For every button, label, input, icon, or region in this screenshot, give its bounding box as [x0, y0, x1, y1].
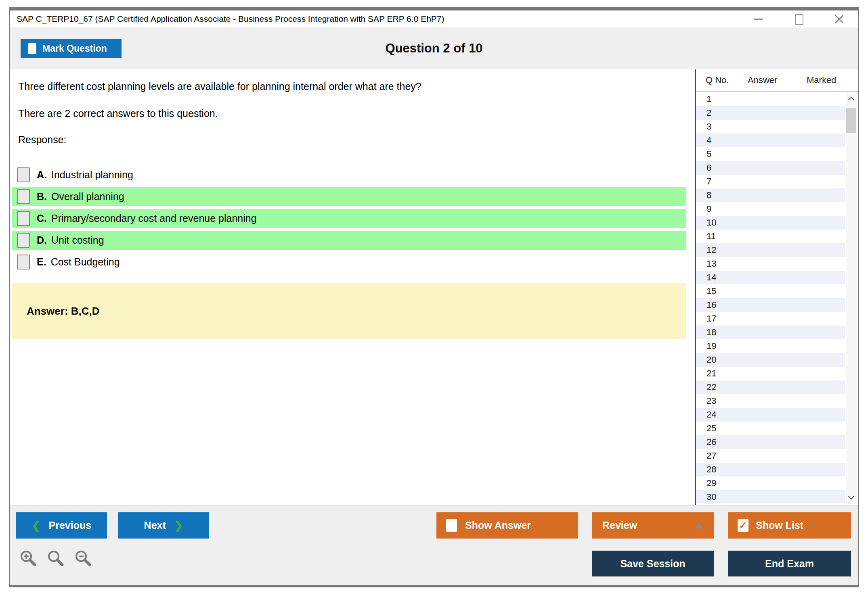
- question-number: 20: [707, 355, 716, 365]
- question-list-row[interactable]: 13: [696, 257, 845, 271]
- scrollbar-thumb[interactable]: [846, 108, 856, 133]
- magnifier-plus-icon[interactable]: [19, 549, 38, 568]
- question-number: 28: [707, 464, 716, 474]
- option-row-a[interactable]: A.Industrial planning: [12, 165, 686, 184]
- question-number: 16: [707, 300, 716, 310]
- end-exam-label: End Exam: [765, 558, 814, 570]
- end-exam-button[interactable]: End Exam: [728, 551, 851, 576]
- question-list-row[interactable]: 28: [696, 463, 845, 476]
- column-header-marked: Marked: [807, 75, 836, 86]
- chevron-left-icon: ❮: [31, 519, 41, 532]
- question-list-row[interactable]: 18: [696, 326, 845, 339]
- magnifier-minus-icon[interactable]: [74, 549, 92, 568]
- next-button[interactable]: Next ❯: [118, 512, 209, 539]
- question-list-row[interactable]: 1: [696, 92, 845, 106]
- question-list-row[interactable]: 15: [696, 284, 845, 298]
- question-list-row[interactable]: 9: [696, 202, 845, 216]
- checkbox-checked-icon: ✓: [738, 519, 748, 532]
- close-icon[interactable]: [834, 14, 844, 24]
- magnifier-icon[interactable]: [46, 549, 65, 568]
- question-counter: Question 2 of 10: [10, 27, 858, 69]
- option-row-d[interactable]: D.Unit costing: [12, 231, 686, 250]
- question-list-row[interactable]: 14: [696, 271, 845, 284]
- question-list-row[interactable]: 20: [696, 353, 845, 367]
- previous-button[interactable]: ❮ Previous: [16, 512, 107, 539]
- option-checkbox[interactable]: [17, 255, 30, 269]
- maximize-icon[interactable]: [793, 14, 804, 24]
- minimize-icon[interactable]: [753, 14, 763, 24]
- option-row-b[interactable]: B.Overall planning: [12, 187, 686, 206]
- question-list-row[interactable]: 10: [696, 216, 845, 230]
- mark-question-label: Mark Question: [42, 43, 107, 54]
- show-list-button[interactable]: ✓ Show List: [728, 512, 851, 539]
- option-letter: B.: [37, 191, 47, 203]
- answer-text: Answer: B,C,D: [27, 305, 100, 317]
- question-list-row[interactable]: 5: [696, 147, 845, 161]
- question-list-panel: Q No. Answer Marked 12345678910111213141…: [695, 69, 858, 505]
- option-letter: C.: [37, 213, 47, 224]
- option-text: Industrial planning: [51, 169, 133, 181]
- question-list-row[interactable]: 3: [696, 120, 845, 134]
- question-list-row[interactable]: 4: [696, 134, 845, 147]
- question-list-row[interactable]: 25: [696, 422, 845, 435]
- option-checkbox[interactable]: [17, 211, 30, 226]
- question-number: 12: [707, 245, 716, 255]
- question-list-row[interactable]: 2: [696, 106, 845, 120]
- save-session-label: Save Session: [620, 558, 685, 570]
- question-list-row[interactable]: 29: [696, 476, 845, 490]
- question-number: 30: [707, 492, 716, 502]
- option-text: Primary/secondary cost and revenue plann…: [51, 213, 257, 224]
- option-row-e[interactable]: E.Cost Budgeting: [12, 253, 686, 271]
- question-list-row[interactable]: 6: [696, 161, 845, 175]
- option-checkbox[interactable]: [17, 189, 30, 204]
- scrollbar[interactable]: [846, 92, 857, 503]
- question-list-row[interactable]: 8: [696, 188, 845, 202]
- question-number: 23: [707, 396, 716, 406]
- question-number: 17: [707, 313, 716, 324]
- question-list-row[interactable]: 17: [696, 312, 845, 326]
- question-number: 18: [707, 327, 716, 337]
- scroll-up-button[interactable]: [846, 92, 857, 104]
- question-number: 3: [707, 121, 711, 132]
- review-label: Review: [602, 520, 637, 531]
- question-list-row[interactable]: 24: [696, 408, 845, 422]
- option-row-c[interactable]: C.Primary/secondary cost and revenue pla…: [12, 209, 686, 228]
- option-checkbox[interactable]: [17, 167, 30, 182]
- question-list-row[interactable]: 23: [696, 394, 845, 408]
- save-session-button[interactable]: Save Session: [592, 551, 714, 576]
- option-checkbox[interactable]: [17, 233, 30, 248]
- question-number: 8: [707, 190, 711, 200]
- window-title: SAP C_TERP10_67 (SAP Certified Applicati…: [17, 14, 444, 24]
- checkbox-unchecked-icon: [28, 43, 36, 54]
- question-list-row[interactable]: 21: [696, 367, 845, 380]
- chevron-up-icon: [848, 96, 855, 103]
- show-list-label: Show List: [756, 520, 803, 531]
- review-button[interactable]: Review: [592, 512, 714, 539]
- option-text: Overall planning: [51, 191, 124, 203]
- question-number: 2: [707, 108, 711, 118]
- question-list-row[interactable]: 7: [696, 175, 845, 188]
- question-list-row[interactable]: 19: [696, 339, 845, 353]
- answer-box: Answer: B,C,D: [12, 283, 686, 339]
- question-list-row[interactable]: 11: [696, 230, 845, 243]
- scroll-down-button[interactable]: [846, 491, 857, 503]
- options-list: A.Industrial planningB.Overall planningC…: [12, 165, 686, 274]
- previous-label: Previous: [49, 520, 92, 531]
- option-text: Unit costing: [51, 234, 104, 246]
- mark-question-button[interactable]: Mark Question: [21, 39, 122, 58]
- question-number: 26: [707, 437, 716, 447]
- question-list-row[interactable]: 16: [696, 298, 845, 312]
- question-number: 5: [707, 149, 711, 159]
- question-list-row[interactable]: 27: [696, 449, 845, 463]
- question-list-row[interactable]: 26: [696, 435, 845, 449]
- question-number: 14: [707, 272, 716, 282]
- question-number: 22: [707, 382, 716, 392]
- question-list-header: Q No. Answer Marked: [696, 69, 858, 92]
- show-answer-button[interactable]: Show Answer: [436, 512, 578, 539]
- window-controls: [753, 10, 844, 27]
- question-number: 24: [707, 409, 716, 420]
- question-list-row[interactable]: 30: [696, 490, 845, 503]
- question-list-row[interactable]: 12: [696, 243, 845, 257]
- question-list-row[interactable]: 22: [696, 380, 845, 394]
- question-number: 25: [707, 423, 716, 433]
